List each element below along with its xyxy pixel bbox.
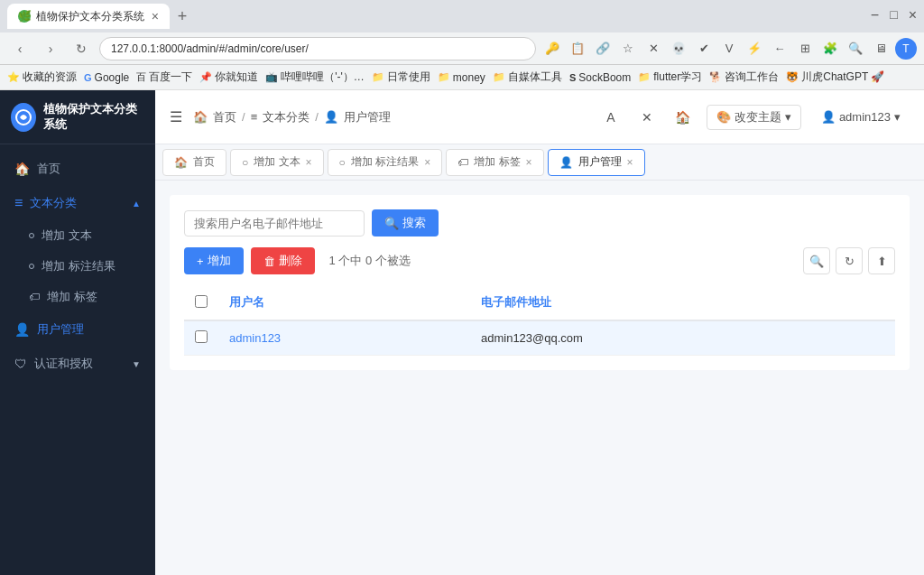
font-size-btn[interactable]: A (598, 105, 624, 130)
breadcrumb-list-icon: ≡ (251, 110, 258, 124)
user-icon: 👤 (14, 322, 30, 337)
browser-tabs: 🌿 植物保护文本分类系统 × + (7, 4, 913, 29)
tab-add-label-icon: ○ (339, 156, 346, 169)
hamburger-btn[interactable]: ☰ (170, 108, 182, 125)
win-close[interactable]: × (909, 7, 917, 23)
tab-favicon: 🌿 (18, 10, 31, 23)
tab-user-manage-label: 用户管理 (578, 154, 622, 170)
bookmark-sockboom[interactable]: S SockBoom (569, 71, 631, 84)
screen-icon[interactable]: 🖥 (870, 38, 892, 60)
breadcrumb-user-icon: 👤 (324, 110, 338, 124)
reload-btn[interactable]: ↻ (69, 36, 94, 61)
col-username[interactable]: 用户名 (218, 285, 470, 320)
new-tab-btn[interactable]: + (170, 4, 195, 29)
sidebar-item-home[interactable]: 🏠 首页 (0, 152, 155, 186)
toolbar-icons: 🔑 📋 🔗 ☆ ✕ 💀 ✔ V ⚡ ← ⊞ 🧩 🔍 🖥 T (541, 38, 917, 60)
sidebar-text-classify-label: 文本分类 (30, 195, 77, 211)
tab-user-manage-close[interactable]: × (627, 156, 633, 169)
win-maximize[interactable]: □ (890, 7, 897, 23)
trash-icon: 🗑 (263, 255, 275, 268)
bookmark-daily[interactable]: 📁 日常使用 (372, 70, 430, 85)
bookmark-collections[interactable]: ⭐ 收藏的资源 (7, 70, 77, 85)
add-tag-label: 增加 标签 (47, 289, 97, 305)
tab-user-manage[interactable]: 👤 用户管理 × (548, 149, 645, 176)
refresh-search-btn[interactable]: 🔍 (803, 247, 830, 274)
add-button[interactable]: + 增加 (184, 247, 244, 274)
delete-button[interactable]: 🗑 删除 (251, 247, 315, 274)
tab-add-tag-close[interactable]: × (526, 156, 532, 169)
zap-icon[interactable]: ⚡ (744, 38, 765, 60)
key-icon[interactable]: 🔑 (541, 38, 563, 60)
bookmark-bili[interactable]: 📺 哔哩哔哩（'-'）… (265, 70, 365, 85)
header-right: A ✕ 🏠 🎨 改变主题 ▾ 👤 admin123 ▾ (598, 105, 910, 130)
tab-add-label-close[interactable]: × (424, 156, 430, 169)
copy-icon[interactable]: 📋 (567, 38, 588, 60)
col-email[interactable]: 电子邮件地址 (470, 285, 895, 320)
search-input[interactable] (184, 210, 365, 236)
address-bar[interactable] (99, 37, 536, 60)
row-username[interactable]: admin123 (218, 320, 470, 356)
bookmark-nzd[interactable]: 📌 你就知道 (199, 70, 258, 85)
tab-add-tag[interactable]: 🏷 增加 标签 × (446, 149, 543, 176)
check-icon[interactable]: ✔ (693, 38, 715, 60)
select-all-checkbox[interactable] (195, 295, 208, 308)
tab-add-label[interactable]: ○ 增加 标注结果 × (328, 149, 443, 176)
sidebar-item-auth[interactable]: 🛡 认证和授权 ▼ (0, 347, 155, 381)
tab-add-text-icon: ○ (242, 156, 248, 169)
bookmark-flutter[interactable]: 📁 flutter学习 (638, 70, 702, 85)
back-btn[interactable]: ‹ (7, 36, 32, 61)
win-minimize[interactable]: − (871, 7, 879, 23)
user-account-btn[interactable]: 👤 admin123 ▾ (812, 107, 910, 127)
sidebar-item-user-manage[interactable]: 👤 用户管理 (0, 312, 155, 347)
tab-add-text-label: 增加 文本 (254, 154, 300, 170)
bookmark-baidu[interactable]: 百 百度一下 (136, 70, 192, 85)
search-button[interactable]: 🔍 搜索 (372, 209, 439, 236)
action-row: + 增加 🗑 删除 1 个中 0 个被选 🔍 ↻ ⬆ (184, 247, 895, 274)
chevron-down-icon: ▼ (132, 359, 141, 369)
home-btn[interactable]: 🏠 (670, 105, 696, 130)
row-checkbox-cell (184, 320, 218, 356)
bookmark-chatgpt[interactable]: 🐯 川虎ChatGPT 🚀 (786, 70, 884, 85)
forward-btn[interactable]: › (38, 36, 63, 61)
sidebar-item-add-label-result[interactable]: 增加 标注结果 (0, 251, 155, 282)
sidebar-item-add-text[interactable]: 增加 文本 (0, 220, 155, 251)
theme-arrow: ▾ (785, 110, 791, 124)
search2-icon[interactable]: 🔍 (845, 38, 866, 60)
tab-add-text-close[interactable]: × (306, 156, 312, 169)
refresh-btn[interactable]: ↻ (836, 247, 863, 274)
sidebar: 植物保护文本分类系统 🏠 首页 ≡ 文本分类 ▲ 增加 文本 (0, 90, 155, 575)
browser-tab-active[interactable]: 🌿 植物保护文本分类系统 × (7, 4, 170, 29)
add-text-label: 增加 文本 (42, 227, 92, 244)
logo-icon (11, 103, 36, 132)
user2-icon[interactable]: T (895, 38, 917, 60)
dot-icon (29, 233, 34, 238)
export-btn[interactable]: ⬆ (868, 247, 895, 274)
bookmark-google[interactable]: G Google (84, 71, 129, 84)
bookmark-media[interactable]: 📁 自媒体工具 (493, 70, 562, 85)
v-icon[interactable]: V (718, 38, 740, 60)
tab-add-text[interactable]: ○ 增加 文本 × (230, 149, 324, 176)
add-label-result-label: 增加 标注结果 (42, 258, 116, 274)
skull-icon[interactable]: 💀 (668, 38, 689, 60)
tab-home[interactable]: 🏠 首页 (162, 149, 226, 176)
close-btn[interactable]: ✕ (634, 105, 660, 130)
sidebar-item-text-classify[interactable]: ≡ 文本分类 ▲ (0, 186, 155, 220)
bookmarks-bar: ⭐ 收藏的资源 G Google 百 百度一下 📌 你就知道 📺 哔哩哔哩（'-… (0, 65, 924, 90)
sidebar-sub-menu: 增加 文本 增加 标注结果 🏷 增加 标签 (0, 220, 155, 312)
row-checkbox[interactable] (195, 330, 208, 343)
tab-close-btn[interactable]: × (152, 9, 159, 23)
bookmark-consult[interactable]: 🐕 咨询工作台 (709, 70, 779, 85)
link-icon[interactable]: 🔗 (592, 38, 614, 60)
breadcrumb-home-icon: 🏠 (193, 110, 208, 124)
bookmark-money[interactable]: 📁 money (438, 71, 485, 84)
close2-icon[interactable]: ✕ (642, 38, 664, 60)
star-icon[interactable]: ☆ (617, 38, 639, 60)
tab-home-icon: 🏠 (174, 156, 188, 169)
sidebar-item-add-tag[interactable]: 🏷 增加 标签 (0, 282, 155, 312)
tab-title: 植物保护文本分类系统 (36, 9, 146, 24)
tag-icon: 🏷 (29, 291, 40, 303)
ext-icon[interactable]: 🧩 (819, 38, 841, 60)
grid-icon[interactable]: ⊞ (794, 38, 816, 60)
change-theme-btn[interactable]: 🎨 改变主题 ▾ (707, 105, 801, 130)
left-icon[interactable]: ← (769, 38, 790, 60)
